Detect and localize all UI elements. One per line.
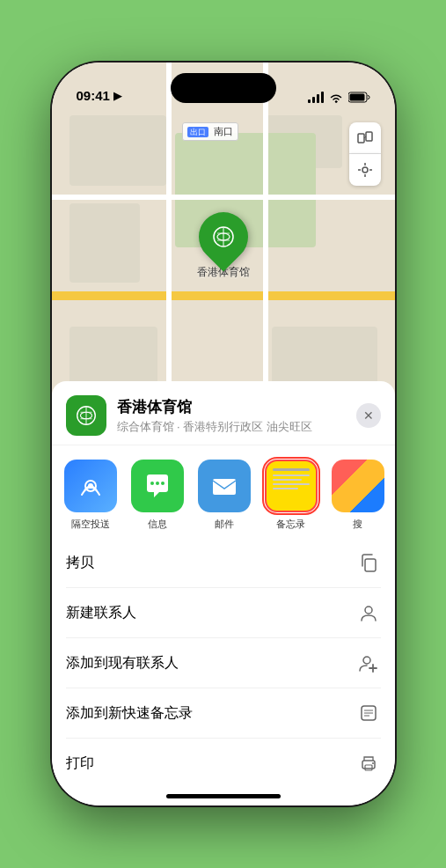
status-icons — [308, 92, 370, 103]
map-btn-group — [349, 122, 381, 186]
action-add-existing[interactable]: 添加到现有联系人 — [66, 638, 381, 688]
status-time: 09:41 ▶ — [77, 88, 121, 103]
svg-point-38 — [372, 762, 374, 764]
add-notes-icon — [356, 701, 381, 725]
action-list: 拷贝 新建联系人 — [52, 538, 395, 788]
copy-label: 拷贝 — [66, 554, 94, 572]
more-label: 搜 — [353, 518, 362, 531]
notes-label: 备忘录 — [276, 518, 305, 531]
add-contact-icon — [356, 651, 381, 675]
svg-rect-2 — [349, 94, 364, 101]
new-contact-icon — [356, 600, 381, 625]
share-item-notes[interactable]: 备忘录 — [260, 460, 323, 531]
add-notes-label: 添加到新快速备忘录 — [66, 704, 193, 723]
map-label-text: 南口 — [214, 126, 233, 136]
battery-icon — [348, 92, 370, 103]
venue-sheet-icon — [66, 395, 106, 436]
venue-marker: 香港体育馆 — [197, 212, 250, 280]
venue-name: 香港体育馆 — [117, 397, 356, 417]
phone-screen: 09:41 ▶ — [52, 63, 395, 805]
time-label: 09:41 — [77, 88, 110, 103]
svg-point-23 — [150, 482, 154, 485]
sheet-header: 香港体育馆 综合体育馆 · 香港特别行政区 油尖旺区 ✕ — [52, 381, 395, 445]
messages-icon — [131, 460, 184, 512]
venue-desc: 综合体育馆 · 香港特别行政区 油尖旺区 — [117, 419, 356, 435]
airdrop-label: 隔空投送 — [71, 518, 110, 531]
share-item-airdrop[interactable]: 隔空投送 — [59, 460, 122, 531]
svg-rect-26 — [213, 479, 236, 495]
svg-rect-9 — [366, 132, 372, 141]
share-item-mail[interactable]: 邮件 — [193, 460, 256, 531]
notes-icon — [265, 460, 318, 512]
location-button[interactable] — [349, 154, 381, 186]
wifi-icon — [329, 92, 343, 103]
mail-icon — [198, 460, 251, 512]
svg-rect-27 — [365, 559, 376, 571]
new-contact-label: 新建联系人 — [66, 604, 136, 622]
share-item-more[interactable]: 搜 — [326, 460, 390, 531]
dynamic-island — [171, 73, 276, 103]
share-item-messages[interactable]: 信息 — [126, 460, 189, 531]
svg-point-28 — [365, 607, 372, 614]
action-add-notes[interactable]: 添加到新快速备忘录 — [66, 688, 381, 739]
action-new-contact[interactable]: 新建联系人 — [66, 588, 381, 638]
phone-frame: 09:41 ▶ — [52, 63, 395, 805]
action-copy[interactable]: 拷贝 — [66, 538, 381, 588]
svg-point-24 — [156, 482, 159, 485]
share-row: 隔空投送 信息 — [52, 445, 395, 538]
signal-icon — [308, 92, 324, 103]
mail-label: 邮件 — [215, 518, 234, 531]
map-type-button[interactable] — [349, 122, 381, 154]
svg-rect-8 — [358, 134, 364, 143]
airdrop-icon — [64, 460, 117, 512]
copy-icon — [356, 550, 381, 575]
svg-rect-37 — [365, 765, 372, 770]
action-print[interactable]: 打印 — [66, 739, 381, 788]
svg-point-11 — [362, 167, 368, 173]
venue-info: 香港体育馆 综合体育馆 · 香港特别行政区 油尖旺区 — [117, 397, 356, 435]
map-label: 出口 南口 — [182, 122, 238, 141]
messages-label: 信息 — [148, 518, 167, 531]
svg-point-25 — [161, 482, 165, 485]
svg-point-29 — [363, 657, 370, 664]
print-label: 打印 — [66, 754, 94, 773]
svg-point-22 — [88, 483, 93, 489]
home-indicator — [166, 794, 281, 798]
add-existing-label: 添加到现有联系人 — [66, 654, 179, 673]
svg-point-0 — [334, 100, 336, 102]
location-icon: ▶ — [113, 90, 121, 102]
print-icon — [356, 751, 381, 776]
more-icon — [332, 460, 384, 512]
marker-pin — [188, 202, 258, 271]
bottom-sheet: 香港体育馆 综合体育馆 · 香港特别行政区 油尖旺区 ✕ — [52, 381, 395, 805]
close-button[interactable]: ✕ — [356, 403, 381, 428]
